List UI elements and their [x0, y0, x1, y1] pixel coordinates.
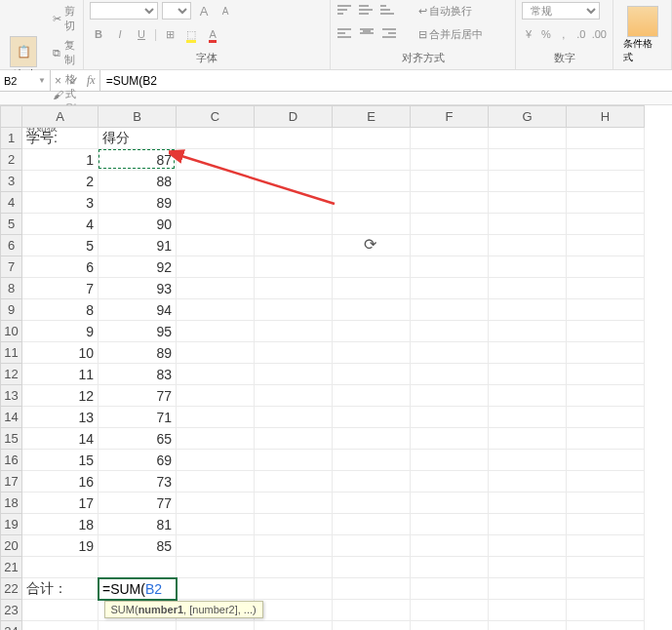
row-header-23[interactable]: 23 — [1, 600, 22, 621]
cell-F12[interactable] — [411, 364, 489, 385]
align-right-button[interactable] — [379, 26, 397, 44]
cell-H3[interactable] — [567, 171, 645, 192]
cell-A17[interactable]: 16 — [22, 471, 99, 492]
cell-C5[interactable] — [177, 214, 255, 235]
cell-A22[interactable]: 合计： — [22, 578, 99, 600]
cell-D6[interactable] — [255, 235, 333, 256]
bold-button[interactable]: B — [90, 25, 107, 43]
cell-E1[interactable] — [333, 128, 411, 149]
cell-B15[interactable]: 65 — [99, 428, 177, 450]
cell-C4[interactable] — [177, 192, 255, 214]
cell-E18[interactable] — [333, 492, 411, 514]
increase-font-button[interactable]: A — [195, 2, 213, 20]
currency-button[interactable]: ¥ — [522, 25, 535, 43]
cell-G19[interactable] — [489, 514, 567, 535]
cell-G22[interactable] — [489, 578, 567, 600]
cell-C6[interactable] — [177, 235, 255, 256]
cell-B20[interactable]: 85 — [99, 535, 177, 557]
cell-A4[interactable]: 3 — [22, 192, 99, 214]
cell-G3[interactable] — [489, 171, 567, 192]
cell-B16[interactable]: 69 — [99, 450, 177, 471]
cell-E4[interactable] — [333, 192, 411, 214]
fill-color-button[interactable]: ⬚ — [182, 25, 200, 43]
font-size-select[interactable]: 11 — [162, 2, 191, 20]
cell-C11[interactable] — [177, 342, 255, 364]
cell-H23[interactable] — [567, 600, 645, 621]
column-header-A[interactable]: A — [22, 106, 99, 128]
cell-C15[interactable] — [177, 428, 255, 450]
cell-G8[interactable] — [489, 278, 567, 299]
column-header-D[interactable]: D — [255, 106, 333, 128]
cell-G5[interactable] — [489, 214, 567, 235]
cell-B9[interactable]: 94 — [99, 299, 177, 321]
cell-E20[interactable] — [333, 535, 411, 557]
cell-H14[interactable] — [567, 407, 645, 428]
cell-E24[interactable] — [333, 621, 411, 631]
cell-C21[interactable] — [177, 557, 255, 578]
cell-D14[interactable] — [255, 407, 333, 428]
cell-F11[interactable] — [411, 342, 489, 364]
cell-C12[interactable] — [177, 364, 255, 385]
cell-A15[interactable]: 14 — [22, 428, 99, 450]
underline-button[interactable]: U — [133, 25, 150, 43]
row-header-16[interactable]: 16 — [1, 450, 22, 471]
cell-F10[interactable] — [411, 321, 489, 342]
row-header-6[interactable]: 6 — [1, 235, 22, 256]
cell-D5[interactable] — [255, 214, 333, 235]
cell-E10[interactable] — [333, 321, 411, 342]
cell-H24[interactable] — [567, 621, 645, 631]
cell-E9[interactable] — [333, 299, 411, 321]
cell-A23[interactable] — [22, 600, 99, 621]
cell-D18[interactable] — [255, 492, 333, 514]
cell-D23[interactable] — [255, 600, 333, 621]
cell-G21[interactable] — [489, 557, 567, 578]
cell-F17[interactable] — [411, 471, 489, 492]
decrease-decimal-button[interactable]: .00 — [592, 25, 607, 43]
cell-D11[interactable] — [255, 342, 333, 364]
align-left-button[interactable] — [336, 26, 354, 44]
cell-B7[interactable]: 92 — [99, 256, 177, 278]
cell-E8[interactable] — [333, 278, 411, 299]
cell-H7[interactable] — [567, 256, 645, 278]
cell-C10[interactable] — [177, 321, 255, 342]
cell-A13[interactable]: 12 — [22, 385, 99, 407]
cell-D15[interactable] — [255, 428, 333, 450]
cell-H8[interactable] — [567, 278, 645, 299]
formula-enter-button[interactable]: ✓ — [69, 74, 79, 88]
column-header-B[interactable]: B — [99, 106, 177, 128]
cell-H16[interactable] — [567, 450, 645, 471]
row-header-10[interactable]: 10 — [1, 321, 22, 342]
cell-A18[interactable]: 17 — [22, 492, 99, 514]
cell-G14[interactable] — [489, 407, 567, 428]
cell-B18[interactable]: 77 — [99, 492, 177, 514]
cell-H11[interactable] — [567, 342, 645, 364]
row-header-11[interactable]: 11 — [1, 342, 22, 364]
row-header-4[interactable]: 4 — [1, 192, 22, 214]
spreadsheet-grid[interactable]: ABCDEFGH 1学号:得分2187328843895490659176928… — [0, 105, 645, 630]
cell-B10[interactable]: 95 — [99, 321, 177, 342]
cell-B22[interactable]: =SUM(B2 — [99, 578, 177, 600]
font-color-button[interactable]: A — [204, 25, 221, 43]
row-header-14[interactable]: 14 — [1, 407, 22, 428]
cell-F24[interactable] — [411, 621, 489, 631]
cell-B12[interactable]: 83 — [99, 364, 177, 385]
cell-H21[interactable] — [567, 557, 645, 578]
cell-C24[interactable] — [177, 621, 255, 631]
cell-A3[interactable]: 2 — [22, 171, 99, 192]
cell-E2[interactable] — [333, 149, 411, 171]
name-box[interactable]: B2 ▼ — [0, 70, 51, 91]
cell-B2[interactable]: 87 — [99, 149, 177, 171]
cell-H1[interactable] — [567, 128, 645, 149]
border-button[interactable]: ⊞ — [161, 25, 178, 43]
cell-A21[interactable] — [22, 557, 99, 578]
cell-F8[interactable] — [411, 278, 489, 299]
cell-C16[interactable] — [177, 450, 255, 471]
cell-D7[interactable] — [255, 256, 333, 278]
font-name-select[interactable] — [90, 2, 158, 20]
cell-E5[interactable] — [333, 214, 411, 235]
cell-E14[interactable] — [333, 407, 411, 428]
cell-G17[interactable] — [489, 471, 567, 492]
row-header-20[interactable]: 20 — [1, 535, 22, 557]
cell-F19[interactable] — [411, 514, 489, 535]
cell-C13[interactable] — [177, 385, 255, 407]
